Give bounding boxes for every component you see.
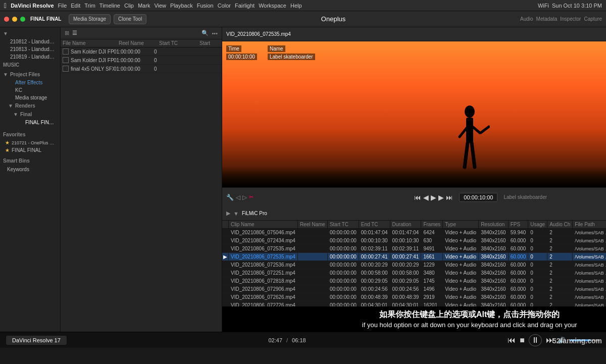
sidebar-item-210813[interactable]: 210813 - Llandudno... (3, 45, 57, 53)
play-fwd-btn[interactable]: ⏭ (446, 193, 453, 201)
sidebar-item-after-effects[interactable]: After Effects (8, 79, 57, 86)
sidebar-item-210812[interactable]: 210812 - Llandudno... (3, 38, 57, 45)
more-options-icon[interactable]: ••• (212, 30, 218, 36)
clip-table-wrapper[interactable]: Clip Name Reel Name Start TC End TC Dura… (222, 221, 606, 306)
table-row[interactable]: VID_20210806_072536.mp4 00:00:00:00 00:0… (222, 261, 606, 269)
media-panel: ⊞ ☰ 🔍 ••• File Name Reel Name Start TC S… (61, 27, 222, 332)
clip-table-toolbar: ▶ ▼ FiLMiC Pro 🔍 ⊞ ••• (222, 206, 606, 221)
apple-menu-icon[interactable]:  (4, 2, 7, 10)
menu-fairlight[interactable]: Fairlight (235, 3, 255, 9)
play-pause-btn[interactable]: ⏸ (529, 334, 542, 346)
capture-tab[interactable]: Capture (584, 16, 602, 22)
sidebar-item-project-files[interactable]: ▼ Project Files (3, 70, 57, 79)
time-code-display[interactable]: 00:00:10:00 (459, 193, 497, 202)
viewer-cut-icon[interactable]: ✂ (249, 194, 254, 200)
table-row[interactable]: VID_20210806_075046.mp4 00:00:00:00 00:0… (222, 229, 606, 237)
menu-timeline[interactable]: Timeline (99, 3, 120, 9)
fav-item-1[interactable]: ★ 210721 - OnePlus PHONE ... (3, 139, 57, 146)
checkbox-1[interactable] (63, 48, 69, 55)
play-prev-btn[interactable]: ◀ (423, 193, 429, 201)
bottom-tab-resolve[interactable]: DaVinci Resolve 17 (6, 336, 67, 345)
subtitle-english: if you hold option or alt down on your k… (222, 321, 606, 329)
media-storage-btn[interactable]: Media Storage (69, 14, 111, 24)
sidebar-item-music[interactable]: MUSIC (3, 61, 57, 69)
menu-file[interactable]: File (58, 3, 67, 9)
prev-clip-btn[interactable]: ⏮ (508, 336, 516, 345)
checkbox-2[interactable] (63, 57, 69, 63)
sidebar-item-kc[interactable]: KC (8, 86, 57, 94)
stop-btn[interactable]: ■ (520, 336, 525, 345)
clip-table: Clip Name Reel Name Start TC End TC Dura… (222, 221, 606, 306)
watermark: 52fanxing.com (552, 337, 602, 345)
th-filepath: File Path (573, 221, 606, 229)
menu-view[interactable]: View (154, 3, 166, 9)
th-frames: Frames (421, 221, 443, 229)
bottom-bar: DaVinci Resolve 17 02:47 / 06:18 ⏮ ■ ⏸ ⏭… (0, 332, 606, 348)
menu-workspace[interactable]: Workspace (259, 3, 286, 9)
svg-point-0 (465, 106, 475, 118)
traffic-light-red[interactable] (4, 17, 9, 22)
metadata-tab[interactable]: Metadata (536, 16, 558, 22)
media-item-2[interactable]: Sam Kolder DJI FPV Reel 9x16 .mov 01:00:… (61, 56, 222, 65)
fav-item-2[interactable]: ★ FINAL FINAL (3, 146, 57, 154)
traffic-light-green[interactable] (20, 17, 25, 22)
menu-trim[interactable]: Trim (84, 3, 95, 9)
menu-fusion[interactable]: Fusion (197, 3, 214, 9)
th-endtc: End TC (359, 221, 390, 229)
svg-line-4 (465, 143, 468, 167)
table-row[interactable]: VID_20210806_072535.mp4 00:00:00:00 00:0… (222, 245, 606, 253)
col-starttc: Start TC (159, 40, 199, 46)
sidebar-item-renders[interactable]: ▼ Renders (8, 101, 57, 110)
table-row[interactable]: VID_20210806_072818.mp4 00:00:00:00 00:0… (222, 277, 606, 285)
play-back-btn[interactable]: ⏮ (414, 193, 421, 201)
search-icon[interactable]: 🔍 (201, 30, 209, 36)
table-row[interactable]: ▶ VID_20210806_072535.mp4 00:00:00:00 00… (222, 253, 606, 261)
viewer-tools-icon[interactable]: 🔧 (226, 194, 234, 201)
app-name: DaVinci Resolve (11, 3, 54, 9)
th-type: Type (443, 221, 479, 229)
sidebar-item-final[interactable]: ▼ Final (13, 110, 57, 119)
checkbox-3[interactable] (63, 66, 69, 72)
main-toolbar: FINAL FINAL Media Storage Clone Tool One… (0, 11, 606, 27)
video-name-label: Name (268, 45, 285, 52)
sidebar-item-media-storage[interactable]: Media storage (8, 94, 57, 101)
media-item-3[interactable]: final 4x5 ONLY SFX.mov 01:00:00:00 0 (61, 65, 222, 73)
panel-title: FINAL FINAL (30, 16, 61, 22)
play-next-btn[interactable]: ▶ (438, 193, 444, 201)
list-view-icon[interactable]: ☰ (72, 30, 77, 36)
menu-mark[interactable]: Mark (138, 3, 150, 9)
table-row[interactable]: VID_20210806_072726.mp4 00:00:00:00 00:0… (222, 301, 606, 307)
horizon-glow (222, 167, 606, 187)
table-row[interactable]: VID_20210806_072906.mp4 00:00:00:00 00:0… (222, 285, 606, 293)
clip-folder-expand[interactable]: ▶ (226, 210, 230, 217)
menu-edit[interactable]: Edit (71, 3, 80, 9)
clone-tool-btn[interactable]: Clone Tool (114, 14, 146, 24)
subtitle-bar: 如果你按住键盘上的选项或Alt键，点击并拖动你的 if you hold opt… (222, 306, 606, 332)
media-item-1[interactable]: Sam Kolder DJI FPV Reel 14x5.mov 01:00:0… (61, 47, 222, 56)
viewer-mark-in-icon[interactable]: ◁ (236, 194, 240, 201)
play-btn[interactable]: ▶ (431, 193, 436, 201)
clip-table-area: ▶ ▼ FiLMiC Pro 🔍 ⊞ ••• Clip Name Reel Na… (222, 206, 606, 306)
keywords-item[interactable]: Keywords (0, 166, 60, 173)
menu-playback[interactable]: Playback (170, 3, 193, 9)
table-row[interactable]: VID_20210806_072434.mp4 00:00:00:00 00:0… (222, 237, 606, 245)
inspector-tab[interactable]: Inspector (560, 16, 581, 22)
traffic-light-yellow[interactable] (12, 17, 17, 22)
sidebar-item-final-final[interactable]: FINAL FINAL (18, 119, 57, 126)
menu-color[interactable]: Color (218, 3, 231, 9)
menu-clip[interactable]: Clip (124, 3, 134, 9)
audio-tab[interactable]: Audio (520, 16, 533, 22)
table-row[interactable]: VID_20210806_072251.mp4 00:00:00:00 00:0… (222, 269, 606, 277)
clip-folder-collapse[interactable]: ▼ (233, 211, 239, 217)
subtitle-chinese: 如果你按住键盘上的选项或Alt键，点击并拖动你的 (222, 309, 606, 320)
table-row[interactable]: VID_20210806_072626.mp4 00:00:00:00 00:0… (222, 293, 606, 301)
video-timecode: 00:00:10:00 (226, 54, 257, 60)
star-icon-2: ★ (5, 147, 10, 153)
top-bar-right: WiFi Sun Oct 10 3:10 PM (538, 3, 602, 9)
bottom-time-sep: / (286, 337, 288, 343)
grid-view-icon[interactable]: ⊞ (65, 30, 69, 36)
sidebar-item-210819[interactable]: 210819 - Llandudno... (3, 53, 57, 61)
viewer-mark-out-icon[interactable]: ▷ (242, 194, 247, 201)
sidebar-section-header[interactable]: ▼ (3, 29, 57, 38)
menu-help[interactable]: Help (290, 3, 302, 9)
